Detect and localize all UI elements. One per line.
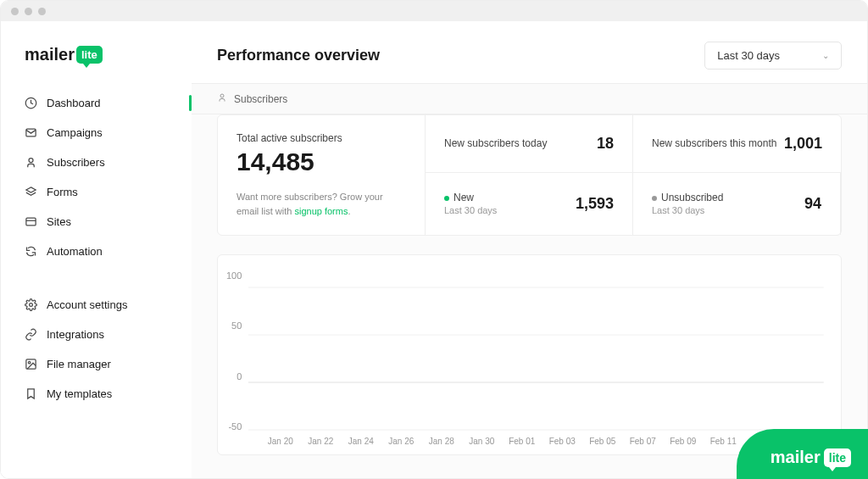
sidebar-item-label: Forms (47, 186, 78, 198)
sidebar-item-label: Sites (47, 215, 71, 228)
stat-label: New subscribers today (444, 137, 547, 149)
brand-badge: lite (76, 46, 103, 64)
stack-icon (25, 186, 37, 198)
x-tick: Jan 28 (421, 437, 462, 446)
tabs-row: Subscribers (192, 83, 867, 114)
x-tick: Jan 24 (341, 437, 381, 446)
x-tick: Feb 09 (663, 437, 704, 446)
window-titlebar (1, 1, 867, 21)
traffic-light-green[interactable] (38, 8, 46, 15)
sidebar-item-subscribers[interactable]: Subscribers (1, 148, 192, 177)
stat-new-month: New subscribers this month 1,001 (633, 115, 841, 173)
x-tick: Jan 20 (260, 437, 301, 446)
traffic-light-red[interactable] (11, 8, 19, 15)
mail-icon (25, 126, 37, 139)
chevron-down-icon: ⌄ (822, 51, 829, 60)
y-tick: 50 (231, 320, 242, 331)
stat-sub: Last 30 days (444, 205, 497, 215)
clock-icon (25, 97, 37, 109)
stat-value: 14,485 (236, 148, 406, 176)
brand-name: mailer (25, 45, 75, 64)
sidebar-item-integrations[interactable]: Integrations (1, 320, 192, 349)
user-icon (25, 156, 37, 169)
badge-lite-tag: lite (824, 448, 851, 467)
sidebar-item-automation[interactable]: Automation (1, 237, 192, 266)
x-tick: Feb 05 (582, 437, 623, 446)
svg-point-5 (30, 304, 33, 307)
sidebar-item-campaigns[interactable]: Campaigns (1, 118, 192, 148)
x-tick: Feb 11 (704, 437, 744, 446)
link-icon (25, 328, 37, 341)
chart-y-axis: 100500-50 (226, 270, 248, 432)
sidebar-item-label: Subscribers (47, 156, 105, 169)
main-content: Performance overview Last 30 days ⌄ Subs… (192, 21, 867, 478)
user-icon (217, 92, 227, 105)
sidebar-item-forms[interactable]: Forms (1, 177, 192, 207)
stat-label: Unsubscribed (652, 192, 723, 203)
dot-grey-icon (652, 196, 657, 201)
stat-total-subscribers: Total active subscribers 14,485 Want mor… (218, 115, 426, 235)
stat-sub: Last 30 days (652, 205, 723, 215)
stat-value: 1,001 (784, 135, 822, 153)
stat-new-30d: New Last 30 days 1,593 (426, 173, 633, 236)
stat-hint: Want more subscribers? Grow your email l… (236, 190, 406, 218)
stats-grid: Total active subscribers 14,485 Want mor… (217, 114, 842, 236)
subscribers-chart: 100500-50 Jan 2 (217, 254, 842, 455)
sidebar-item-label: Dashboard (47, 97, 101, 109)
svg-point-8 (220, 94, 224, 97)
sidebar-item-label: File manager (47, 358, 111, 370)
x-tick: Jan 22 (301, 437, 342, 446)
sidebar-item-sites[interactable]: Sites (1, 207, 192, 237)
page-header: Performance overview Last 30 days ⌄ (192, 21, 867, 83)
sidebar-item-label: Account settings (47, 298, 127, 311)
signup-forms-link[interactable]: signup forms (294, 206, 348, 216)
stat-value: 94 (804, 195, 821, 213)
sidebar-item-label: Campaigns (47, 126, 103, 139)
sidebar: mailer lite DashboardCampaignsSubscriber… (1, 21, 192, 478)
gear-icon (25, 298, 37, 311)
stat-label: New (444, 192, 497, 203)
stat-label: Total active subscribers (236, 132, 406, 144)
stat-value: 1,593 (576, 195, 614, 213)
sidebar-item-dashboard[interactable]: Dashboard (1, 88, 192, 118)
svg-point-7 (28, 361, 31, 364)
x-tick: Jan 30 (462, 437, 503, 446)
sidebar-item-my-templates[interactable]: My templates (1, 379, 192, 409)
y-tick: 0 (236, 371, 242, 382)
svg-point-2 (29, 159, 33, 163)
tab-subscribers[interactable]: Subscribers (234, 93, 287, 105)
x-tick: Feb 07 (623, 437, 664, 446)
x-tick: Feb 01 (502, 437, 542, 446)
badge-name: mailer (771, 448, 821, 467)
brand-logo[interactable]: mailer lite (1, 45, 192, 88)
y-tick: 100 (226, 270, 242, 281)
svg-rect-3 (26, 218, 36, 226)
dot-green-icon (444, 196, 449, 201)
page-title: Performance overview (217, 47, 380, 64)
stat-label: New subscribers this month (652, 137, 776, 149)
stat-new-today: New subscribers today 18 (426, 115, 633, 173)
traffic-light-yellow[interactable] (25, 8, 32, 15)
date-range-dropdown[interactable]: Last 30 days ⌄ (704, 42, 842, 70)
image-icon (25, 358, 37, 370)
x-tick: Feb 03 (542, 437, 583, 446)
card-icon (25, 215, 37, 228)
refresh-icon (25, 245, 37, 258)
sidebar-item-label: My templates (47, 387, 112, 400)
chart-x-axis: Jan 20Jan 22Jan 24Jan 26Jan 28Jan 30Feb … (226, 432, 824, 446)
sidebar-item-account-settings[interactable]: Account settings (1, 290, 192, 320)
chart-plot (248, 270, 824, 432)
x-tick: Jan 26 (381, 437, 422, 446)
primary-nav: DashboardCampaignsSubscribersFormsSitesA… (1, 88, 192, 266)
secondary-nav: Account settingsIntegrationsFile manager… (1, 290, 192, 409)
sidebar-item-label: Integrations (47, 328, 104, 341)
bookmark-icon (25, 387, 37, 400)
date-range-label: Last 30 days (717, 49, 780, 62)
stat-unsub-30d: Unsubscribed Last 30 days 94 (633, 173, 841, 236)
stat-value: 18 (597, 135, 614, 153)
mailerlite-badge[interactable]: mailer lite (737, 429, 868, 479)
sidebar-item-file-manager[interactable]: File manager (1, 349, 192, 379)
y-tick: -50 (228, 421, 242, 432)
sidebar-item-label: Automation (47, 245, 103, 258)
